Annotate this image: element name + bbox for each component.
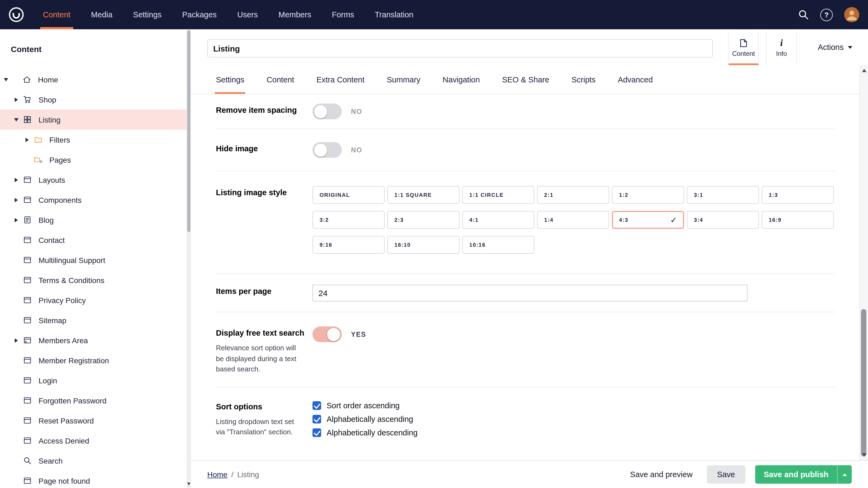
breadcrumb-home-link[interactable]: Home: [207, 470, 227, 479]
avatar[interactable]: [844, 7, 859, 22]
sidebar-scrollbar[interactable]: [187, 29, 191, 488]
image-style-option-1-4[interactable]: 1:4: [537, 211, 609, 229]
image-style-option-original[interactable]: ORIGINAL: [312, 186, 384, 204]
tree-item-forgotten-password[interactable]: Forgotten Password: [0, 390, 191, 411]
tab-seo-share[interactable]: SEO & Share: [502, 65, 549, 94]
tree-item-access-denied[interactable]: Access Denied: [0, 430, 191, 451]
tree-item-components[interactable]: Components: [0, 190, 191, 210]
layout-icon: [23, 316, 31, 324]
image-style-option-3-4[interactable]: 3:4: [687, 211, 759, 229]
free-text-search-toggle[interactable]: [312, 326, 342, 342]
expand-caret-icon[interactable]: [14, 177, 23, 182]
scroll-down-arrow-icon[interactable]: [862, 453, 866, 457]
checkbox-checked-icon[interactable]: [312, 415, 321, 423]
collapse-caret-icon[interactable]: [14, 118, 23, 122]
tab-settings[interactable]: Settings: [216, 65, 244, 94]
tree-item-sitemap[interactable]: Sitemap: [0, 310, 191, 330]
tab-extra-content[interactable]: Extra Content: [316, 65, 364, 94]
section-settings[interactable]: Settings: [123, 0, 172, 29]
field-label: Remove item spacing: [216, 104, 312, 115]
section-members[interactable]: Members: [268, 0, 322, 29]
image-style-option-1-1-circle[interactable]: 1:1 CIRCLE: [462, 186, 534, 204]
collapse-caret-icon[interactable]: [4, 77, 23, 82]
scroll-up-arrow-icon[interactable]: [862, 69, 866, 72]
expand-caret-icon[interactable]: [14, 97, 23, 102]
image-style-option-2-1[interactable]: 2:1: [537, 186, 609, 204]
tree-item-shop[interactable]: Shop: [0, 90, 191, 109]
tree-item-terms-conditions[interactable]: Terms & Conditions: [0, 270, 191, 290]
image-style-option-4-3-selected[interactable]: 4:3 ✓: [612, 211, 684, 229]
image-style-option-1-1-square[interactable]: 1:1 SQUARE: [388, 186, 460, 204]
checkbox-checked-icon[interactable]: [312, 401, 321, 410]
field-remove-item-spacing: Remove item spacing NO: [216, 94, 835, 129]
expand-caret-icon[interactable]: [14, 198, 23, 202]
image-style-option-3-2[interactable]: 3:2: [312, 211, 384, 229]
tree-item-contact[interactable]: Contact: [0, 230, 191, 250]
publish-options-caret[interactable]: [837, 465, 852, 484]
layout-icon: [23, 256, 31, 264]
tree-item-members-area[interactable]: Members Area: [0, 330, 191, 350]
remove-item-spacing-toggle[interactable]: [312, 104, 342, 119]
image-style-option-16-9[interactable]: 16:9: [762, 211, 834, 229]
editor-scrollbar-thumb[interactable]: [861, 309, 866, 457]
tree-item-listing[interactable]: Listing: [0, 109, 191, 130]
umbraco-logo[interactable]: [0, 0, 33, 29]
section-forms[interactable]: Forms: [321, 0, 364, 29]
image-style-option-1-3[interactable]: 1:3: [762, 186, 834, 204]
search-icon[interactable]: [798, 9, 809, 20]
image-style-option-2-3[interactable]: 2:3: [388, 211, 460, 229]
expand-caret-icon[interactable]: [14, 218, 23, 222]
editor-scrollbar[interactable]: [859, 65, 868, 460]
section-users[interactable]: Users: [227, 0, 268, 29]
image-style-option-9-16[interactable]: 9:16: [312, 236, 384, 254]
tree-item-privacy-policy[interactable]: Privacy Policy: [0, 290, 191, 310]
checkbox-sort-order-ascending[interactable]: Sort order ascending: [312, 401, 417, 410]
sidebar-scrollbar-thumb[interactable]: [187, 30, 190, 232]
checkbox-alphabetically-descending[interactable]: Alphabetically descending: [312, 428, 417, 437]
tree-item-layouts[interactable]: Layouts: [0, 170, 191, 190]
tree-item-label: Contact: [38, 236, 65, 244]
tree-item-login[interactable]: Login: [0, 370, 191, 390]
image-style-option-3-1[interactable]: 3:1: [687, 186, 759, 204]
image-style-option-4-1[interactable]: 4:1: [462, 211, 534, 229]
section-translation[interactable]: Translation: [365, 0, 424, 29]
tree-item-member-registration[interactable]: Member Registration: [0, 350, 191, 370]
document-icon: [739, 38, 748, 48]
save-and-publish-button[interactable]: Save and publish: [755, 465, 852, 484]
tree-item-label: Filters: [50, 135, 70, 144]
tab-summary[interactable]: Summary: [387, 65, 421, 94]
checkbox-alphabetically-ascending[interactable]: Alphabetically ascending: [312, 415, 417, 423]
tab-content[interactable]: Content: [267, 65, 294, 94]
image-style-option-1-2[interactable]: 1:2: [612, 186, 684, 204]
tree-item-label: Privacy Policy: [38, 296, 86, 304]
app-tab-content[interactable]: Content: [728, 31, 759, 65]
save-and-preview-button[interactable]: Save and preview: [630, 470, 693, 479]
image-style-option-10-16[interactable]: 10:16: [462, 236, 534, 254]
document-name-input[interactable]: [207, 39, 713, 58]
tree-item-home[interactable]: Home: [0, 69, 191, 90]
items-per-page-input[interactable]: [312, 285, 748, 301]
tree-item-blog[interactable]: Blog: [0, 210, 191, 230]
tab-navigation[interactable]: Navigation: [443, 65, 480, 94]
save-button[interactable]: Save: [707, 465, 745, 484]
help-icon[interactable]: ?: [820, 8, 833, 21]
image-style-option-16-10[interactable]: 16:10: [388, 236, 460, 254]
expand-caret-icon[interactable]: [26, 137, 34, 142]
section-packages[interactable]: Packages: [172, 0, 227, 29]
section-content[interactable]: Content: [33, 0, 81, 29]
tree-item-multilingual-support[interactable]: Multilingual Support: [0, 250, 191, 270]
tree-item-reset-password[interactable]: Reset Password: [0, 411, 191, 430]
section-media[interactable]: Media: [81, 0, 123, 29]
editor-tabbar: Settings Content Extra Content Summary N…: [191, 65, 868, 94]
expand-caret-icon[interactable]: [14, 338, 23, 343]
app-tab-info[interactable]: i Info: [766, 31, 797, 65]
hide-image-toggle[interactable]: [312, 142, 342, 158]
checkbox-checked-icon[interactable]: [312, 428, 321, 437]
tab-advanced[interactable]: Advanced: [618, 65, 653, 94]
tree-item-search[interactable]: Search: [0, 451, 191, 470]
tree-item-page-not-found[interactable]: Page not found: [0, 470, 191, 488]
tab-scripts[interactable]: Scripts: [571, 65, 596, 94]
actions-button[interactable]: Actions: [818, 29, 852, 65]
tree-item-pages[interactable]: Pages: [0, 150, 191, 170]
tree-item-filters[interactable]: Filters: [0, 130, 191, 150]
